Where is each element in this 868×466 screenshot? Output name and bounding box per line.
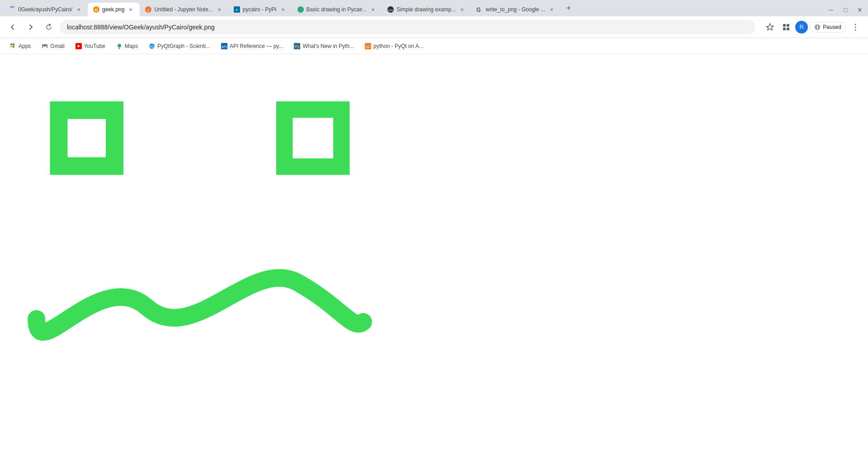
minimize-button[interactable]: ─	[826, 5, 835, 14]
tab-jupyter-title: Untitled - Jupyter Note...	[154, 6, 212, 13]
tab-close-google[interactable]: ✕	[548, 6, 555, 13]
tab-close-geek[interactable]: ✕	[127, 6, 134, 13]
maps-icon	[116, 43, 123, 49]
bookmark-api[interactable]: API API Reference — py...	[217, 41, 288, 51]
pyqtgraph-icon: PQ	[149, 43, 155, 49]
youtube-label: YouTube	[84, 43, 105, 49]
title-bar: 0Geek/ayush/PyCairo/ ✕ G geek.png ✕ J Un…	[0, 0, 868, 16]
svg-point-29	[118, 45, 120, 47]
tab-close-github[interactable]: ✕	[458, 6, 466, 13]
svg-text:API: API	[222, 45, 226, 48]
bookmarks-bar: Apps Gmail YouTube	[0, 38, 868, 54]
svg-point-19	[855, 26, 856, 28]
page-content	[0, 54, 868, 466]
whatsnew-label: What's New in Pyth...	[302, 43, 354, 49]
bookmark-pyqtgraph[interactable]: PQ PyQtGraph - Scienti...	[144, 41, 215, 51]
maximize-button[interactable]: □	[841, 5, 850, 14]
back-button[interactable]	[5, 20, 20, 34]
browser-window: 0Geek/ayush/PyCairo/ ✕ G geek.png ✕ J Un…	[0, 0, 868, 466]
apps-icon	[10, 43, 16, 49]
pyqtgraph-label: PyQtGraph - Scienti...	[157, 43, 210, 49]
geek-png-image	[0, 54, 868, 466]
tab-pycairo[interactable]: 0Geek/ayush/PyCairo/ ✕	[4, 3, 88, 16]
gmail-icon	[42, 43, 48, 49]
svg-rect-12	[787, 24, 789, 27]
tab-close-jupyter[interactable]: ✕	[216, 6, 223, 13]
svg-rect-21	[10, 43, 12, 45]
tab-close-basic[interactable]: ✕	[369, 6, 377, 13]
tab-close-pycairo[interactable]: ✕	[75, 6, 82, 13]
left-square-group	[50, 101, 124, 175]
tab-basic-title: Basic drawing in Pycair...	[307, 6, 367, 13]
svg-rect-11	[783, 24, 786, 27]
bookmark-maps[interactable]: Maps	[112, 41, 142, 51]
svg-rect-23	[10, 46, 12, 48]
svg-text:G: G	[476, 7, 481, 13]
api-icon: API	[221, 43, 227, 49]
youtube-icon	[75, 43, 82, 49]
address-text: localhost:8888/view/OGeek/ayush/PyCairo/…	[67, 24, 748, 31]
tab-pypi-title: pycairo - PyPI	[243, 6, 277, 13]
right-square-group	[276, 101, 350, 175]
bookmark-gmail[interactable]: Gmail	[37, 41, 69, 51]
tab-jupyter[interactable]: J Untitled - Jupyter Note... ✕	[140, 3, 228, 16]
whatsnew-icon: Py	[294, 43, 300, 49]
api-label: API Reference — py...	[230, 43, 283, 49]
tab-pypi[interactable]: P pycairo - PyPI ✕	[228, 3, 292, 16]
tab-close-pypi[interactable]: ✕	[279, 6, 287, 13]
tab-basic[interactable]: 🌐 Basic drawing in Pycair... ✕	[292, 3, 382, 16]
bookmark-apps[interactable]: Apps	[5, 41, 35, 51]
gmail-label: Gmail	[50, 43, 64, 49]
svg-rect-14	[787, 28, 789, 30]
apps-label: Apps	[19, 43, 31, 49]
tab-google[interactable]: G write_to_png - Google ... ✕	[471, 3, 560, 16]
reload-button[interactable]	[42, 20, 56, 34]
window-controls: ─ □ ✕	[826, 5, 864, 16]
svg-rect-40	[68, 119, 106, 157]
tab-github-title: Simple drawing examp...	[396, 6, 456, 13]
nav-icons: R Paused	[763, 20, 863, 34]
tab-favicon-jupyter: J	[145, 6, 151, 13]
svg-text:G: G	[95, 8, 98, 12]
svg-text:GH: GH	[388, 9, 393, 12]
bookmark-whatsnew[interactable]: Py What's New in Pyth...	[289, 41, 359, 51]
svg-rect-42	[292, 118, 333, 158]
maps-label: Maps	[125, 43, 138, 49]
bookmark-youtube[interactable]: YouTube	[71, 41, 110, 51]
svg-point-20	[855, 29, 856, 30]
new-tab-button[interactable]: +	[562, 2, 575, 14]
bookmark-star-button[interactable]	[763, 20, 777, 34]
tab-favicon-basic: 🌐	[297, 6, 304, 13]
extensions-button[interactable]	[779, 20, 793, 34]
stack-icon: SO	[365, 43, 371, 49]
paused-label: Paused	[823, 24, 841, 30]
tab-geek-title: geek.png	[102, 6, 124, 13]
svg-text:P: P	[236, 8, 238, 12]
svg-text:J: J	[147, 8, 149, 12]
tab-favicon-spinner	[9, 6, 15, 13]
svg-point-15	[815, 25, 820, 29]
tab-geek[interactable]: G geek.png ✕	[88, 3, 140, 16]
more-options-button[interactable]	[848, 20, 863, 34]
s-curve	[37, 278, 363, 332]
svg-marker-30	[118, 48, 120, 49]
nav-bar: localhost:8888/view/OGeek/ayush/PyCairo/…	[0, 16, 868, 38]
close-button[interactable]: ✕	[855, 5, 864, 14]
svg-text:SO: SO	[365, 45, 371, 49]
profile-button[interactable]: R	[795, 21, 808, 33]
paused-badge[interactable]: Paused	[810, 22, 846, 33]
tab-favicon-geek: G	[93, 6, 99, 13]
svg-text:🌐: 🌐	[298, 8, 303, 12]
svg-rect-13	[783, 28, 786, 30]
tab-github[interactable]: GH Simple drawing examp... ✕	[382, 3, 471, 16]
tab-favicon-pypi: P	[234, 6, 240, 13]
tab-favicon-google: G	[476, 6, 483, 13]
svg-text:PQ: PQ	[150, 45, 155, 49]
svg-point-18	[855, 24, 856, 25]
address-bar[interactable]: localhost:8888/view/OGeek/ayush/PyCairo/…	[60, 20, 755, 34]
pyqt2-label: python - PyQt on A...	[373, 43, 424, 49]
forward-button[interactable]	[24, 20, 38, 34]
bookmark-pyqt2[interactable]: SO python - PyQt on A...	[360, 41, 428, 51]
tab-pycairo-title: 0Geek/ayush/PyCairo/	[18, 6, 72, 13]
tab-favicon-github: GH	[387, 6, 394, 13]
